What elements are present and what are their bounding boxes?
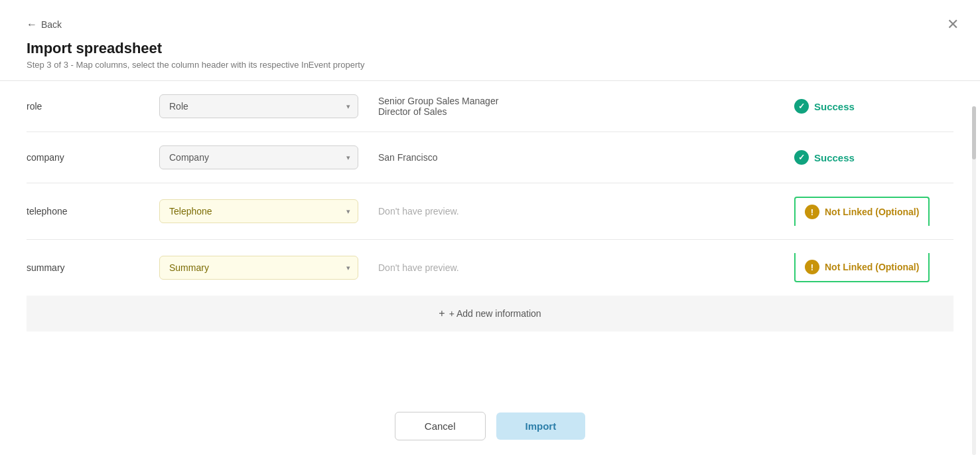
back-arrow-icon: ← xyxy=(27,19,37,31)
row-status-company: ✓ Success xyxy=(794,150,953,165)
plus-icon: + xyxy=(439,308,445,319)
row-label-role: role xyxy=(27,101,146,112)
success-label-role: Success xyxy=(814,101,855,112)
not-linked-label-telephone: Not Linked (Optional) xyxy=(825,207,919,217)
row-label-telephone: telephone xyxy=(27,206,146,217)
add-new-row[interactable]: + + Add new information xyxy=(27,296,953,331)
row-label-company: company xyxy=(27,152,146,163)
page-subtitle: Step 3 of 3 - Map columns, select the co… xyxy=(27,60,953,70)
success-label-company: Success xyxy=(814,152,855,163)
telephone-select[interactable]: Telephone xyxy=(159,199,358,223)
back-label: Back xyxy=(41,19,62,30)
not-linked-highlight-telephone: ! Not Linked (Optional) xyxy=(794,197,930,226)
status-success-role: ✓ Success xyxy=(794,99,855,114)
row-preview-summary: Don't have preview. xyxy=(372,262,781,273)
import-button[interactable]: Import xyxy=(496,412,586,440)
page-title: Import spreadsheet xyxy=(27,40,953,57)
check-icon: ✓ xyxy=(794,150,809,165)
row-preview-company: San Francisco xyxy=(372,152,781,163)
row-select-summary: Summary ▾ xyxy=(159,256,358,280)
warning-icon: ! xyxy=(805,260,819,274)
row-preview-telephone: Don't have preview. xyxy=(372,206,781,217)
row-select-telephone: Telephone ▾ xyxy=(159,199,358,223)
role-select[interactable]: Role xyxy=(159,94,358,118)
close-button[interactable]: ✕ xyxy=(947,16,959,33)
row-status-role: ✓ Success xyxy=(794,99,953,114)
check-icon: ✓ xyxy=(794,99,809,114)
content-area: role Role ▾ Senior Group Sales ManagerDi… xyxy=(0,81,980,397)
add-new-label: + Add new information xyxy=(449,308,541,319)
table-row: telephone Telephone ▾ Don't have preview… xyxy=(27,183,953,240)
row-label-summary: summary xyxy=(27,262,146,273)
status-not-linked-summary: ! Not Linked (Optional) xyxy=(805,260,919,274)
row-select-company: Company ▾ xyxy=(159,145,358,169)
modal-container: ← Back Import spreadsheet Step 3 of 3 - … xyxy=(0,0,980,455)
company-select[interactable]: Company xyxy=(159,145,358,169)
scrollbar-thumb xyxy=(972,106,976,159)
select-wrapper-telephone: Telephone ▾ xyxy=(159,199,358,223)
row-status-summary: ! Not Linked (Optional) xyxy=(794,253,953,282)
table-row: company Company ▾ San Francisco ✓ Succes… xyxy=(27,132,953,183)
select-wrapper-company: Company ▾ xyxy=(159,145,358,169)
modal-footer: Cancel Import xyxy=(0,397,980,455)
not-linked-label-summary: Not Linked (Optional) xyxy=(825,262,919,272)
row-status-telephone: ! Not Linked (Optional) xyxy=(794,197,953,226)
modal-header: ← Back Import spreadsheet Step 3 of 3 - … xyxy=(0,0,980,80)
select-wrapper-role: Role ▾ xyxy=(159,94,358,118)
status-success-company: ✓ Success xyxy=(794,150,855,165)
back-button[interactable]: ← Back xyxy=(27,19,62,31)
not-linked-highlight-summary: ! Not Linked (Optional) xyxy=(794,253,930,282)
row-preview-role: Senior Group Sales ManagerDirector of Sa… xyxy=(372,96,781,117)
table-row: role Role ▾ Senior Group Sales ManagerDi… xyxy=(27,81,953,132)
select-wrapper-summary: Summary ▾ xyxy=(159,256,358,280)
close-icon: ✕ xyxy=(947,16,959,33)
status-not-linked-telephone: ! Not Linked (Optional) xyxy=(805,205,919,219)
add-new-button[interactable]: + + Add new information xyxy=(439,308,541,319)
summary-select[interactable]: Summary xyxy=(159,256,358,280)
scrollbar-track xyxy=(972,106,976,455)
table-row: summary Summary ▾ Don't have preview. ! … xyxy=(27,240,953,296)
cancel-button[interactable]: Cancel xyxy=(395,412,486,440)
warning-icon: ! xyxy=(805,205,819,219)
row-select-role: Role ▾ xyxy=(159,94,358,118)
